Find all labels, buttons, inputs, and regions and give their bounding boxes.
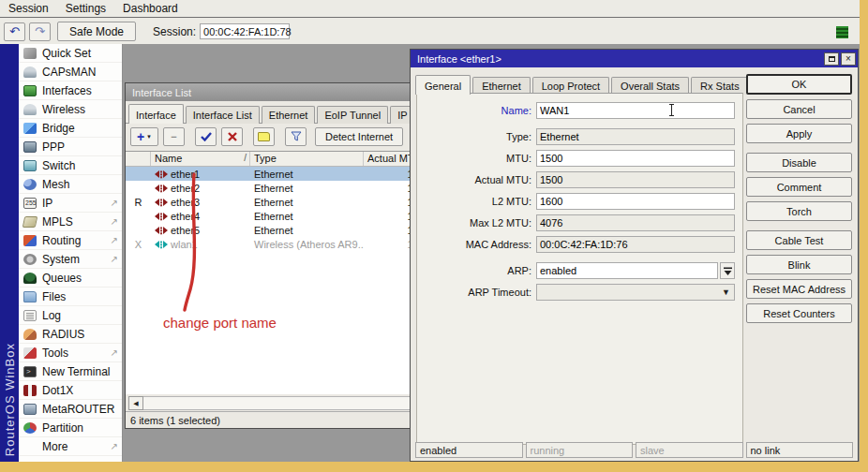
session-label: Session: <box>153 25 196 38</box>
sidebar-item[interactable]: Tools ↗ <box>19 344 122 362</box>
dialog-button[interactable]: Cancel <box>746 99 852 119</box>
system-gear-icon <box>23 254 37 265</box>
sidebar-item-label: MetaROUTER <box>42 403 114 416</box>
dialog-button[interactable]: Cable Test <box>746 230 852 250</box>
field-input[interactable] <box>536 262 718 279</box>
sidebar-item[interactable]: CAPsMAN <box>19 63 122 81</box>
menu-item[interactable]: Session <box>0 0 57 17</box>
enable-button[interactable] <box>195 127 217 146</box>
dialog-button[interactable]: Reset MAC Address <box>746 279 852 299</box>
brand-strip: RouterOS WinBox <box>0 44 19 462</box>
sidebar-item[interactable]: Partition <box>19 419 122 437</box>
field-input[interactable] <box>536 214 735 231</box>
dialog-button[interactable]: Apply <box>746 124 852 143</box>
sidebar-item[interactable]: MPLS ↗ <box>19 213 122 231</box>
tab[interactable]: EoIP Tunnel <box>317 106 388 124</box>
sidebar-item[interactable]: IP ↗ <box>19 194 122 213</box>
dialog-button[interactable]: Disable <box>746 153 852 172</box>
interface-type: Ethernet <box>250 209 364 223</box>
combo-dropdown-arrow-icon[interactable]: ▼ <box>722 288 730 297</box>
sidebar-item[interactable]: Mesh <box>19 175 122 194</box>
sidebar-item[interactable]: Bridge <box>19 119 122 138</box>
tab[interactable]: Interface List <box>186 106 260 124</box>
field-input[interactable] <box>536 193 735 210</box>
field-input[interactable] <box>536 150 735 167</box>
field-input[interactable] <box>536 284 735 301</box>
interface-type: Ethernet <box>250 167 364 181</box>
queues-icon <box>23 273 37 284</box>
remove-button[interactable]: − <box>163 127 185 146</box>
add-button[interactable]: + ▼ <box>130 127 158 146</box>
undo-button[interactable]: ↶ <box>4 22 25 41</box>
maximize-button[interactable] <box>824 52 839 66</box>
sidebar-item-label: Mesh <box>42 178 69 191</box>
close-button[interactable]: × <box>841 52 856 66</box>
comment-button[interactable] <box>253 127 275 146</box>
sidebar-item[interactable]: Routing ↗ <box>19 231 122 250</box>
field-input[interactable] <box>536 128 735 145</box>
sidebar-item-label: Bridge <box>42 122 75 135</box>
sidebar-item[interactable]: Log <box>19 306 122 325</box>
column-header-flags[interactable] <box>126 152 151 166</box>
menu-item[interactable]: Dashboard <box>114 0 187 17</box>
sidebar-item[interactable]: Queues <box>19 269 122 288</box>
sidebar-item[interactable]: Wireless <box>19 100 122 119</box>
radius-icon <box>23 329 37 340</box>
sidebar-item[interactable]: PPP <box>19 138 122 156</box>
column-header-type[interactable]: Type <box>250 152 364 166</box>
dialog-button[interactable]: Reset Counters <box>746 303 852 323</box>
field-input[interactable] <box>536 236 735 253</box>
sidebar-item-label: Dot1X <box>42 384 73 397</box>
sidebar-item-label: Partition <box>42 421 83 435</box>
detect-internet-button[interactable]: Detect Internet <box>315 127 403 146</box>
sidebar-item-label: MPLS <box>42 215 73 229</box>
terminal-icon <box>23 366 37 377</box>
column-header-name[interactable]: Name/ <box>151 152 250 166</box>
files-folder-icon <box>23 291 37 302</box>
sidebar-item[interactable]: More ↗ <box>19 437 122 456</box>
disable-button[interactable] <box>221 127 243 146</box>
sidebar-item[interactable]: Interfaces <box>19 81 122 100</box>
items-count-text: 6 items (1 selected) <box>130 415 220 426</box>
dialog-button[interactable]: Comment <box>746 177 852 197</box>
dialog-tabs: GeneralEthernetLoop ProtectOverall Stats… <box>415 72 780 94</box>
sidebar-item[interactable]: Quick Set <box>19 44 122 63</box>
dialog-titlebar[interactable]: Interface <ether1> × <box>411 50 858 67</box>
field-input[interactable] <box>536 102 735 119</box>
field-label: L2 MTU: <box>417 196 536 207</box>
capsman-icon <box>23 66 37 78</box>
safe-mode-button[interactable]: Safe Mode <box>57 22 136 41</box>
scroll-left-arrow-icon[interactable]: ◀ <box>128 396 143 410</box>
dialog-button[interactable]: OK <box>746 74 852 95</box>
tab[interactable]: Interface <box>128 104 184 124</box>
sidebar-item[interactable]: MetaROUTER <box>19 400 122 419</box>
redo-button[interactable]: ↷ <box>29 22 51 41</box>
sidebar-item[interactable]: System ↗ <box>19 250 122 269</box>
session-id-field[interactable]: 00:0C:42:FA:1D:78 <box>200 23 290 39</box>
sidebar-item[interactable]: Switch <box>19 156 122 175</box>
sidebar-item-label: RADIUS <box>42 328 84 341</box>
tab[interactable]: Ethernet <box>262 106 316 124</box>
interface-name: ether4 <box>171 211 200 222</box>
bridge-icon <box>23 123 37 134</box>
dialog-button[interactable]: Torch <box>746 201 852 221</box>
sidebar-item[interactable]: New Terminal <box>19 362 122 381</box>
submenu-arrow-icon: ↗ <box>111 198 118 208</box>
dot1x-icon <box>23 385 37 396</box>
plus-icon: + <box>137 129 144 144</box>
cross-icon <box>228 132 237 141</box>
sidebar-item[interactable]: RADIUS <box>19 325 122 344</box>
interface-type: Ethernet <box>250 181 364 195</box>
field-input[interactable] <box>536 171 735 188</box>
dialog-button[interactable]: Blink <box>746 255 852 274</box>
text-cursor <box>671 104 672 116</box>
dropdown-bar-arrow-icon <box>723 266 733 276</box>
redo-icon: ↷ <box>35 24 45 38</box>
menu-item[interactable]: Settings <box>57 0 114 17</box>
tab[interactable]: General <box>415 75 471 95</box>
sidebar-item[interactable]: Dot1X <box>19 381 122 400</box>
filter-button[interactable] <box>285 127 307 146</box>
sidebar-item[interactable]: Files <box>19 288 122 306</box>
combo-updown-button[interactable] <box>720 262 735 279</box>
interface-name: ether3 <box>171 197 200 208</box>
